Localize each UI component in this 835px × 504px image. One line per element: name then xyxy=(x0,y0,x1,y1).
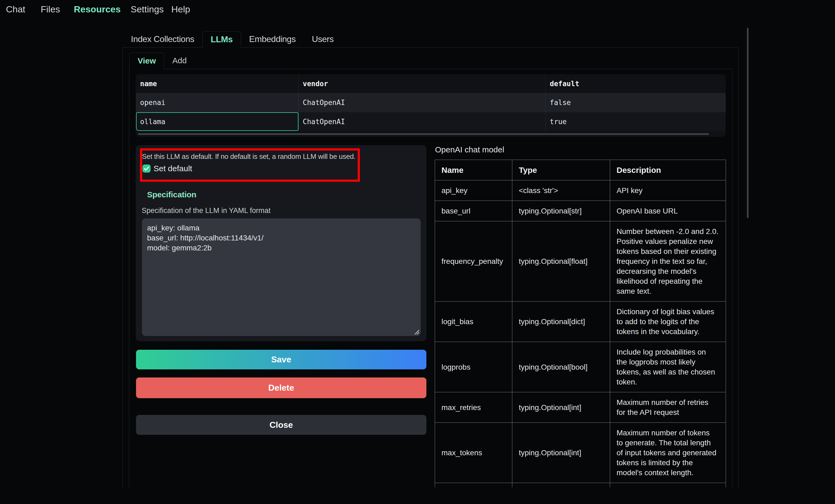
llm-col-vendor: vendor xyxy=(303,80,328,88)
prop-name: base_url xyxy=(435,201,512,221)
props-row-base-url: base_url typing.Optional[str] OpenAI bas… xyxy=(435,201,726,221)
props-col-name: Name xyxy=(435,160,512,181)
llm-col-name: name xyxy=(140,80,157,88)
selected-cell-outline xyxy=(136,112,299,131)
tab-add[interactable]: Add xyxy=(164,52,195,69)
prop-type: typing.Optional[float] xyxy=(512,221,610,301)
prop-description: Maximum number of retries for the API re… xyxy=(610,392,726,423)
top-nav: Chat Files Resources Settings Help xyxy=(0,0,835,18)
page: Chat Files Resources Settings Help Index… xyxy=(0,0,835,504)
close-button[interactable]: Close xyxy=(136,415,426,435)
annotation-red-box xyxy=(140,148,360,182)
nav-item-resources[interactable]: Resources xyxy=(74,4,121,15)
props-row-logit-bias: logit_bias typing.Optional[dict] Diction… xyxy=(435,301,726,342)
llm-row-openai[interactable]: openai ChatOpenAI false xyxy=(136,93,726,112)
props-header-row: Name Type Description xyxy=(435,160,726,181)
yaml-content: api_key: ollama base_url: http://localho… xyxy=(147,223,263,253)
props-row-max-tokens: max_tokens typing.Optional[int] Maximum … xyxy=(435,423,726,483)
tab-users[interactable]: Users xyxy=(304,31,342,48)
prop-name: logit_bias xyxy=(435,301,512,342)
model-props-table-wrap: Name Type Description api_key <class 'st… xyxy=(435,160,726,487)
delete-button[interactable]: Delete xyxy=(136,377,426,398)
prop-type: typing.Optional[dict] xyxy=(512,301,610,342)
page-scrollbar-thumb[interactable] xyxy=(747,28,749,218)
prop-type: typing.Optional[int] xyxy=(512,392,610,423)
yaml-textarea[interactable]: api_key: ollama base_url: http://localho… xyxy=(142,218,421,336)
resource-tabs: Index Collections LLMs Embeddings Users xyxy=(123,31,342,48)
resize-grip-icon[interactable] xyxy=(414,329,420,335)
props-col-description: Description xyxy=(610,160,726,181)
prop-type: typing.Optional[bool] xyxy=(512,342,610,392)
prop-name: api_key xyxy=(435,181,512,201)
tab-view[interactable]: View xyxy=(129,52,164,69)
prop-type: typing.Optional[int] xyxy=(512,423,610,483)
nav-item-chat[interactable]: Chat xyxy=(6,4,25,15)
llm-list-table: name vendor default openai ChatOpenAI fa… xyxy=(136,74,726,137)
table-horizontal-scrollbar[interactable] xyxy=(138,133,709,135)
prop-name: logprobs xyxy=(435,342,512,392)
props-row-frequency-penalty: frequency_penalty typing.Optional[float]… xyxy=(435,221,726,301)
prop-type: typing.Optional[str] xyxy=(512,201,610,221)
model-props-table: Name Type Description api_key <class 'st… xyxy=(435,160,726,487)
prop-description: Number between -2.0 and 2.0. Positive va… xyxy=(610,221,726,301)
props-row-api-key: api_key <class 'str'> API key xyxy=(435,181,726,201)
model-info-title: OpenAI chat model xyxy=(435,145,504,154)
tab-embeddings[interactable]: Embeddings xyxy=(241,31,304,48)
llm-cell-vendor[interactable]: ChatOpenAI xyxy=(303,118,345,126)
nav-item-settings[interactable]: Settings xyxy=(130,4,164,15)
llm-cell-default[interactable]: false xyxy=(550,99,571,107)
prop-description: Dictionary of logit bias values to add t… xyxy=(610,301,726,342)
prop-name: max_retries xyxy=(435,392,512,423)
tab-llms[interactable]: LLMs xyxy=(202,31,241,48)
tab-index-collections[interactable]: Index Collections xyxy=(123,31,202,48)
nav-item-files[interactable]: Files xyxy=(41,4,60,15)
props-row-partial xyxy=(435,483,726,488)
prop-description: Maximum number of tokens to generate. Th… xyxy=(610,423,726,483)
llm-cell-default[interactable]: true xyxy=(550,118,567,126)
save-button[interactable]: Save xyxy=(136,350,426,370)
prop-name: max_tokens xyxy=(435,423,512,483)
prop-description: OpenAI base URL xyxy=(610,201,726,221)
llm-cell-name[interactable]: openai xyxy=(140,99,165,107)
nav-item-help[interactable]: Help xyxy=(171,4,190,15)
specification-heading: Specification xyxy=(147,190,196,199)
prop-description: API key xyxy=(610,181,726,201)
specification-sublabel: Specification of the LLM in YAML format xyxy=(142,207,270,215)
props-col-type: Type xyxy=(512,160,610,181)
props-row-logprobs: logprobs typing.Optional[bool] Include l… xyxy=(435,342,726,392)
prop-type xyxy=(512,483,610,488)
prop-description: Include log probabilities on the logprob… xyxy=(610,342,726,392)
llm-table-header-row: name vendor default xyxy=(136,74,726,93)
llm-subtabs: View Add xyxy=(129,52,195,69)
prop-name xyxy=(435,483,512,488)
props-row-max-retries: max_retries typing.Optional[int] Maximum… xyxy=(435,392,726,423)
llm-cell-vendor[interactable]: ChatOpenAI xyxy=(303,99,345,107)
prop-description xyxy=(610,483,726,488)
prop-name: frequency_penalty xyxy=(435,221,512,301)
prop-type: <class 'str'> xyxy=(512,181,610,201)
llm-detail-card: Set this LLM as default. If no default i… xyxy=(136,145,426,341)
llm-col-default: default xyxy=(550,80,579,88)
